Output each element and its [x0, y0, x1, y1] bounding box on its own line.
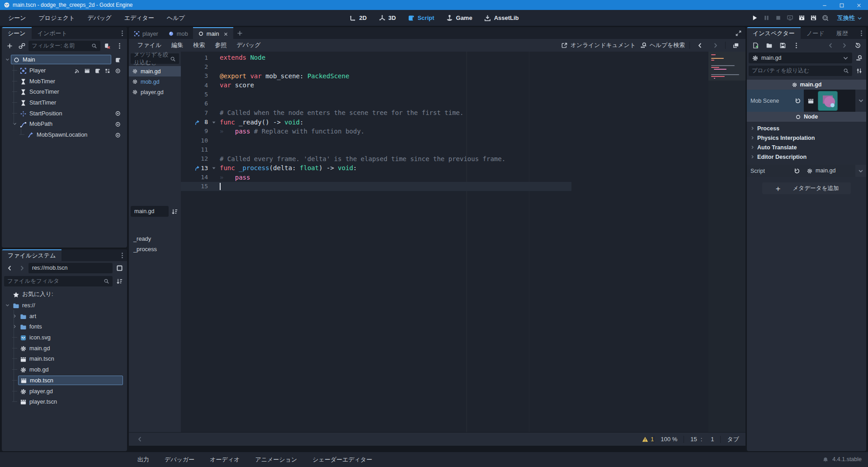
edited-resource-selector[interactable]: main.gd — [749, 52, 852, 63]
revert-icon[interactable] — [795, 97, 801, 105]
scene-node-Player[interactable]: Player — [4, 65, 125, 76]
play-scene-button[interactable] — [796, 13, 807, 24]
bottom-panel-アニメーション[interactable]: アニメーション — [250, 454, 302, 466]
fs-path[interactable]: res://mob.tscn — [28, 263, 113, 273]
eye-button[interactable] — [115, 131, 121, 138]
scene-button[interactable] — [84, 67, 90, 74]
property-filter-input[interactable]: プロパティを絞り込む — [749, 66, 852, 76]
file-art[interactable]: art — [4, 310, 125, 321]
scene-tab-main[interactable]: main — [193, 27, 233, 39]
script-menu-編集[interactable]: 編集 — [167, 40, 187, 51]
play-button[interactable] — [749, 13, 760, 24]
file-fonts[interactable]: fonts — [4, 321, 125, 332]
fold-icon[interactable] — [212, 164, 216, 172]
script-history-forward-button[interactable] — [710, 40, 721, 51]
open-docs-button[interactable] — [854, 52, 864, 63]
expand-editor-icon[interactable] — [735, 27, 742, 39]
warnings-badge[interactable]: 1 — [642, 436, 654, 443]
code-line-13[interactable]: 13func _process(delta: float) -> void: — [181, 163, 745, 172]
method-item-_ready[interactable]: _ready — [129, 234, 181, 244]
remote-debug-button[interactable] — [784, 13, 796, 24]
chevron-down-icon[interactable] — [855, 165, 866, 177]
instance-scene-button[interactable] — [16, 40, 27, 51]
close-button[interactable] — [856, 2, 862, 8]
code-line-7[interactable]: 7# Called when the node enters the scene… — [181, 108, 745, 117]
groups-button[interactable] — [104, 67, 111, 74]
script-menu-参照[interactable]: 参照 — [211, 40, 231, 51]
script-item-player.gd[interactable]: player.gd — [129, 87, 181, 97]
filesystem-menu-button[interactable] — [117, 249, 127, 261]
collapse-icon[interactable] — [11, 121, 18, 126]
file-res[interactable]: res:// — [4, 300, 125, 311]
scene-dock-menu-button[interactable] — [117, 27, 127, 39]
scene-node-Main[interactable]: Main — [4, 54, 125, 65]
expand-icon[interactable] — [11, 314, 18, 319]
pause-button[interactable] — [760, 13, 772, 24]
section-process[interactable]: Process — [747, 124, 866, 133]
tab-インスペクター[interactable]: インスペクター — [747, 27, 801, 39]
file-mob.gd[interactable]: mob.gd — [4, 364, 125, 375]
workspace-3d[interactable]: 3D — [375, 13, 400, 24]
tab-filesystem[interactable]: ファイルシステム — [2, 249, 61, 261]
property-mob-scene[interactable]: Mob Scene — [747, 90, 866, 112]
inspector-back-button[interactable] — [825, 40, 836, 51]
new-tab-button[interactable] — [233, 27, 247, 39]
code-line-15[interactable]: 15 — [181, 182, 745, 191]
inspector-menu-button[interactable] — [856, 27, 866, 39]
script-menu-デバッグ[interactable]: デバッグ — [232, 40, 264, 51]
fs-forward-button[interactable] — [16, 262, 27, 273]
script-history-back-button[interactable] — [694, 40, 705, 51]
revert-icon[interactable] — [794, 167, 800, 175]
method-item-_process[interactable]: _process — [129, 244, 181, 254]
section-physics-interpolation[interactable]: Physics Interpolation — [747, 133, 866, 143]
fs-sort-button[interactable] — [114, 276, 125, 286]
workspace-assetlib[interactable]: AssetLib — [481, 13, 523, 24]
file-icon.svg[interactable]: icon.svg — [4, 332, 125, 343]
fs-filter-input[interactable]: ファイルをフィルタ — [4, 276, 113, 286]
scene-node-MobTimer[interactable]: MobTimer — [4, 76, 125, 86]
connection-icon[interactable] — [194, 119, 201, 126]
float-panel-button[interactable] — [730, 40, 741, 51]
file-[interactable]: お気に入り: — [4, 289, 125, 300]
script-button[interactable] — [115, 56, 121, 63]
scene-node-ScoreTimer[interactable]: ScoreTimer — [4, 86, 125, 97]
scene-node-StartPosition[interactable]: StartPosition — [4, 108, 125, 119]
inspector-forward-button[interactable] — [839, 40, 849, 51]
code-line-1[interactable]: 1extends Node — [181, 53, 745, 62]
zoom-level[interactable]: 100 % — [654, 436, 684, 443]
scene-tree-menu-button[interactable] — [114, 40, 125, 51]
movie-maker-button[interactable] — [819, 13, 831, 24]
connection-icon[interactable] — [194, 164, 201, 172]
tab-インポート[interactable]: インポート — [32, 27, 73, 39]
code-line-11[interactable]: 11 — [181, 145, 745, 154]
add-metadata-button[interactable]: ＋ メタデータを追加 — [762, 182, 851, 194]
bottom-panel-オーディオ[interactable]: オーディオ — [204, 454, 245, 466]
add-node-button[interactable] — [4, 40, 15, 51]
stop-button[interactable] — [772, 13, 784, 24]
file-main.gd[interactable]: main.gd — [4, 343, 125, 353]
file-mob.tscn[interactable]: mob.tscn — [4, 375, 125, 386]
code-line-4[interactable]: 4var score — [181, 81, 745, 90]
code-line-5[interactable]: 5 — [181, 90, 745, 99]
workspace-2d[interactable]: 2D — [345, 13, 370, 24]
property-tools-button[interactable] — [854, 65, 864, 76]
scene-node-MobSpawnLocation[interactable]: MobSpawnLocation — [4, 129, 125, 140]
scene-node-MobPath[interactable]: MobPath — [4, 119, 125, 129]
section-auto-translate[interactable]: Auto Translate — [747, 143, 866, 152]
eye-button[interactable] — [115, 110, 121, 117]
method-filter-input[interactable]: メソッドを絞り込む — [131, 53, 179, 64]
code-line-14[interactable]: 14» pass — [181, 172, 745, 181]
panel-collapse-icon[interactable] — [134, 434, 145, 445]
close-tab-icon[interactable] — [223, 30, 228, 37]
tab-シーン[interactable]: シーン — [2, 27, 32, 39]
menu-プロジェクト[interactable]: プロジェクト — [34, 12, 80, 24]
eye-button[interactable] — [115, 120, 121, 127]
menu-デバッグ[interactable]: デバッグ — [83, 12, 116, 24]
scene-filter-input[interactable]: フィルター: 名前 — [28, 41, 100, 51]
new-resource-button[interactable] — [750, 40, 761, 51]
code-line-10[interactable]: 10 — [181, 136, 745, 145]
code-line-12[interactable]: 12# Called every frame. 'delta' is the e… — [181, 154, 745, 163]
detach-script-button[interactable] — [102, 40, 113, 51]
file-player.gd[interactable]: player.gd — [4, 386, 125, 396]
load-resource-button[interactable] — [764, 40, 774, 51]
